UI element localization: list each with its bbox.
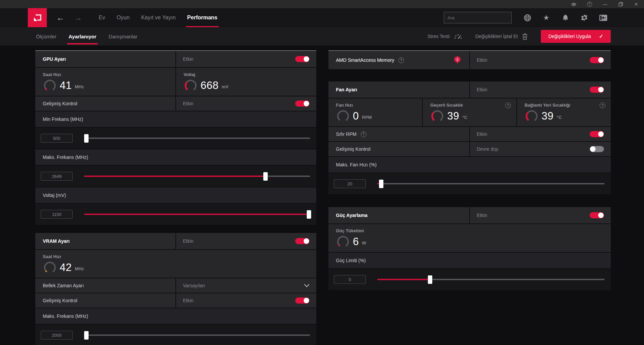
power-limit-slider[interactable] xyxy=(377,275,605,284)
junction-temp-gauge: ? Bağlantı Yeri Sıcaklığı 39 °C xyxy=(517,98,611,126)
power-enable-toggle[interactable] xyxy=(590,212,604,218)
help-icon[interactable]: ? xyxy=(582,0,597,8)
subtab-advisors[interactable]: Danışmanlar xyxy=(102,27,144,46)
gauge-arc-icon xyxy=(43,78,57,93)
max-fan-speed-input[interactable] xyxy=(334,179,366,188)
gauge-arc-icon xyxy=(43,260,57,275)
gpu-max-freq-input[interactable] xyxy=(41,172,73,181)
vram-max-freq-slider[interactable] xyxy=(84,331,311,340)
power-limit-input[interactable] xyxy=(334,275,366,284)
slider-handle[interactable] xyxy=(84,331,89,340)
slider-handle[interactable] xyxy=(263,172,268,181)
max-fan-speed-slider-row xyxy=(328,173,611,194)
gpu-status-label: Etkin xyxy=(183,56,193,62)
main-navbar: ← → Ev Oyun Kayıt ve Yayın Performans ★ xyxy=(0,8,644,27)
check-icon: ✓ xyxy=(599,33,603,39)
globe-icon[interactable] xyxy=(518,8,537,27)
slider-handle[interactable] xyxy=(428,275,432,284)
forward-button[interactable]: → xyxy=(69,8,87,27)
tuning-content: GPU Ayarı Etkin Saat Hızı 41 MHz xyxy=(0,46,644,345)
gpu-clock-gauge: Saat Hızı 41 MHz xyxy=(35,68,175,96)
fan-enable-toggle[interactable] xyxy=(590,87,604,93)
zero-rpm-help-icon[interactable]: ? xyxy=(361,131,366,137)
vram-card-title: VRAM Ayarı xyxy=(35,233,175,249)
current-temp-gauge: ? Geçerli Sıcaklık 39 °C xyxy=(423,98,516,126)
current-temp-help-icon[interactable]: ? xyxy=(505,103,511,108)
vram-advanced-label: Gelişmiş Kontrol xyxy=(35,293,175,308)
gauge-arc-icon xyxy=(184,78,198,93)
search-input[interactable] xyxy=(444,15,511,20)
nav-tabs: Ev Oyun Kayıt ve Yayın Performans xyxy=(93,8,223,27)
subtab-tuning[interactable]: Ayarlanıyor xyxy=(62,27,102,46)
power-consumption-gauge: Güç Tüketimi 6 W xyxy=(328,224,611,252)
vram-memory-timing-label: Bellek Zaman Ayarı xyxy=(35,278,175,293)
gpu-max-freq-label: Maks. Frekans (MHz) xyxy=(35,149,316,165)
bell-icon[interactable] xyxy=(556,8,575,27)
vram-advanced-status: Etkin xyxy=(183,298,193,303)
subtab-metrics[interactable]: Ölçümler xyxy=(30,27,62,46)
gauge-arc-icon xyxy=(336,109,350,123)
bug-report-icon[interactable] xyxy=(566,0,582,8)
gpu-max-freq-slider[interactable] xyxy=(84,172,311,181)
vram-max-freq-slider-row xyxy=(35,325,316,345)
stress-test-button[interactable]: Stres Testi xyxy=(428,33,462,40)
slider-handle[interactable] xyxy=(84,134,89,143)
vram-memory-timing-dropdown[interactable]: Varsayılan xyxy=(176,278,316,293)
gpu-voltage-slider[interactable] xyxy=(84,210,311,219)
star-icon[interactable]: ★ xyxy=(537,8,556,27)
gpu-min-freq-slider[interactable] xyxy=(84,134,311,143)
sam-title: AMD SmartAccess Memory xyxy=(336,57,394,63)
tab-home[interactable]: Ev xyxy=(93,8,111,27)
gpu-voltage-slider-row xyxy=(35,204,316,225)
max-fan-speed-slider[interactable] xyxy=(377,179,605,188)
vram-advanced-toggle[interactable] xyxy=(295,297,309,304)
gpu-enable-toggle[interactable] xyxy=(295,56,309,62)
close-icon[interactable]: ✕ xyxy=(628,0,644,8)
junction-temp-help-icon[interactable]: ? xyxy=(600,103,605,108)
amd-logo[interactable] xyxy=(28,8,47,27)
discard-changes-label: Değişiklikleri İptal Et xyxy=(475,34,518,39)
gpu-card-title: GPU Ayarı xyxy=(35,51,175,67)
tab-gaming[interactable]: Oyun xyxy=(111,8,135,27)
gpu-advanced-toggle[interactable] xyxy=(295,101,309,107)
tab-performance[interactable]: Performans xyxy=(182,8,223,27)
gpu-min-freq-input[interactable] xyxy=(41,134,73,143)
power-status-label: Etkin xyxy=(477,213,487,218)
slider-handle[interactable] xyxy=(307,210,311,219)
speedometer-icon xyxy=(454,33,462,40)
discard-changes-button[interactable]: Değişiklikleri İptal Et xyxy=(475,33,528,40)
vram-enable-toggle[interactable] xyxy=(295,238,309,244)
panel-collapse-icon[interactable] xyxy=(594,8,613,27)
tab-record-stream[interactable]: Kayıt ve Yayın xyxy=(135,8,182,27)
power-limit-label: Güç Limiti (%) xyxy=(328,253,611,268)
gear-icon[interactable] xyxy=(575,8,594,27)
fan-card-title: Fan Ayarı xyxy=(328,81,469,98)
sam-help-icon[interactable]: ? xyxy=(398,57,404,63)
sam-status-label: Etkin xyxy=(477,57,487,63)
stress-test-label: Stres Testi xyxy=(428,34,450,39)
back-button[interactable]: ← xyxy=(52,8,69,27)
restore-icon[interactable] xyxy=(613,0,628,8)
fan-advanced-toggle[interactable] xyxy=(590,146,604,152)
brain-icon xyxy=(453,56,462,64)
vram-max-freq-input[interactable] xyxy=(41,331,73,340)
search-box xyxy=(444,12,512,23)
smart-access-memory-card: AMD SmartAccess Memory ? Etkin xyxy=(328,51,611,69)
vram-tuning-card: VRAM Ayarı Etkin Saat Hızı 42 MHz xyxy=(35,233,316,345)
gauge-arc-icon xyxy=(336,235,350,249)
sam-toggle[interactable] xyxy=(590,57,604,63)
zero-rpm-toggle[interactable] xyxy=(590,131,604,137)
fan-speed-gauge: Fan Hızı 0 RPM xyxy=(328,98,422,126)
minimize-icon[interactable]: — xyxy=(597,0,613,8)
window-titlebar: ? — ✕ xyxy=(0,0,644,8)
right-column: AMD SmartAccess Memory ? Etkin Fan Ayarı… xyxy=(328,50,611,345)
gpu-max-freq-slider-row xyxy=(35,166,316,187)
chevron-down-icon xyxy=(304,284,309,287)
apply-changes-button[interactable]: Değişiklikleri Uygula ✓ xyxy=(541,30,611,43)
slider-handle[interactable] xyxy=(379,180,383,188)
fan-advanced-status: Devre dışı xyxy=(477,146,498,152)
gpu-advanced-label: Gelişmiş Kontrol xyxy=(35,96,175,111)
fan-tuning-card: Fan Ayarı Etkin Fan Hızı 0 RPM xyxy=(328,81,611,194)
gpu-voltage-input[interactable] xyxy=(41,210,73,219)
gpu-advanced-status: Etkin xyxy=(183,101,193,106)
